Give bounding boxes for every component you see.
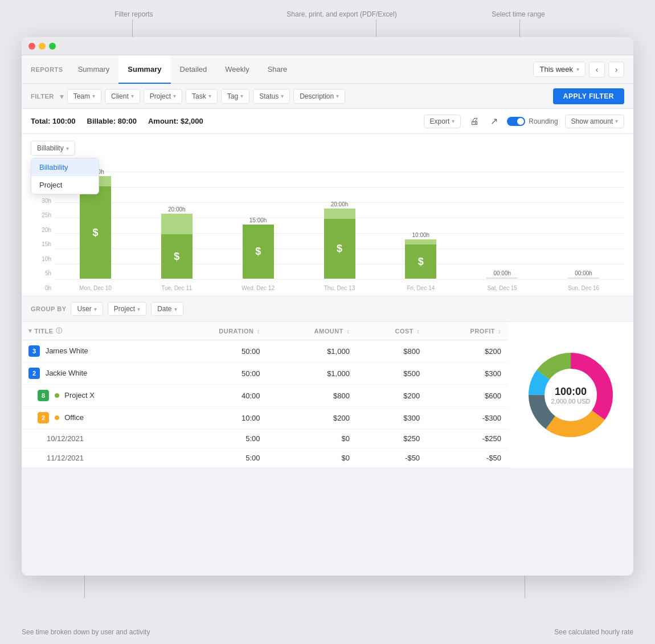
bar-label-thu: 20:00h bbox=[331, 201, 349, 207]
traffic-light-green[interactable] bbox=[49, 43, 56, 50]
tab-share2[interactable]: Share bbox=[259, 55, 297, 84]
col-amount[interactable]: AMOUNT ↕ bbox=[267, 322, 357, 340]
time-range-select[interactable]: This week ▾ bbox=[533, 62, 586, 77]
bar-label-tue: 20:00h bbox=[168, 206, 186, 213]
filter-project-chevron: ▾ bbox=[173, 93, 176, 99]
nav-prev-btn[interactable]: ‹ bbox=[589, 62, 605, 78]
donut-container: 100:00 2,000.00 USD bbox=[522, 347, 619, 443]
filter-team-label: Team bbox=[73, 92, 90, 100]
filter-tag[interactable]: Tag ▾ bbox=[221, 89, 249, 104]
filter-chevron[interactable]: ▾ bbox=[60, 92, 64, 101]
group-project-button[interactable]: Project ▾ bbox=[108, 302, 146, 316]
date-label-fri: Fri, Dec 14 bbox=[380, 285, 461, 291]
show-amount-button[interactable]: Show amount ▾ bbox=[565, 115, 624, 128]
col-duration[interactable]: DURATION ↕ bbox=[167, 322, 267, 340]
traffic-light-yellow[interactable] bbox=[39, 43, 46, 50]
group-user-label: User bbox=[77, 305, 91, 313]
bar-mon-dollar: $ bbox=[92, 227, 98, 239]
y-label-25: 25h bbox=[33, 212, 51, 218]
col-cost[interactable]: COST ↕ bbox=[357, 322, 427, 340]
dot-office bbox=[55, 415, 59, 420]
bar-wed-billable: $ bbox=[243, 225, 274, 279]
bar-label-wed: 15:00h bbox=[249, 217, 267, 223]
bar-group-sat: 00:00h bbox=[461, 270, 543, 279]
summary-right: Export ▾ 🖨 ↗ Rounding Show amount ▾ bbox=[424, 113, 624, 129]
tab-weekly[interactable]: Detailed bbox=[171, 55, 216, 84]
rounding-toggle-wrap: Rounding bbox=[507, 117, 558, 126]
filter-task-label: Task bbox=[192, 92, 206, 100]
reports-label: REPORTS bbox=[31, 66, 63, 73]
row-projectx-cost: $200 bbox=[357, 385, 427, 407]
filter-client-label: Client bbox=[111, 92, 129, 100]
filter-team[interactable]: Team ▾ bbox=[67, 89, 101, 104]
tab-detailed[interactable]: Summary bbox=[118, 55, 170, 84]
filter-description[interactable]: Description ▾ bbox=[293, 89, 345, 104]
name-jackie: Jackie White bbox=[46, 369, 88, 377]
bar-sun[interactable] bbox=[568, 278, 599, 279]
y-axis: 0h 5h 10h 15h 20h 25h 30h 35h bbox=[33, 183, 51, 291]
filter-status-chevron: ▾ bbox=[281, 93, 284, 99]
time-range-value: This week bbox=[539, 65, 573, 74]
row-date1-cost: $250 bbox=[357, 429, 427, 449]
annotation-select-time-range: Select time range bbox=[473, 10, 564, 18]
group-user-button[interactable]: User ▾ bbox=[71, 302, 103, 316]
table-controls: Group by User ▾ Project ▾ Date ▾ bbox=[22, 296, 633, 322]
dot-projectx bbox=[55, 393, 59, 398]
nav-next-btn[interactable]: › bbox=[608, 62, 624, 78]
bar-label-fri: 10:00h bbox=[412, 232, 430, 238]
billable-value: 80:00 bbox=[118, 117, 137, 125]
bar-sat[interactable] bbox=[486, 278, 518, 279]
row-office-duration: 10:00 bbox=[167, 407, 267, 429]
bar-tue[interactable]: $ bbox=[161, 214, 193, 279]
row-date2-amount: $0 bbox=[267, 449, 357, 468]
filter-description-chevron: ▾ bbox=[336, 93, 339, 99]
rounding-toggle[interactable] bbox=[507, 117, 525, 126]
filter-label: FILTER bbox=[31, 93, 54, 100]
dropdown-billability[interactable]: Billability bbox=[31, 158, 99, 176]
group-date-button[interactable]: Date ▾ bbox=[151, 302, 183, 316]
group-project-chevron: ▾ bbox=[137, 306, 140, 312]
filter-status[interactable]: Status ▾ bbox=[253, 89, 290, 104]
col-title[interactable]: ▾ TITLE ⓘ bbox=[22, 322, 167, 340]
row-jackie-amount: $1,000 bbox=[267, 362, 357, 385]
bar-thu[interactable]: $ bbox=[324, 209, 355, 279]
row-james-profit: $200 bbox=[427, 340, 508, 362]
filter-task[interactable]: Task ▾ bbox=[186, 89, 218, 104]
filter-team-chevron: ▾ bbox=[92, 93, 95, 99]
bar-fri[interactable]: $ bbox=[405, 239, 436, 279]
print-button[interactable]: 🖨 bbox=[468, 114, 481, 129]
row-date2-cost: -$50 bbox=[357, 449, 427, 468]
badge-james: 3 bbox=[28, 345, 40, 357]
y-label-10: 10h bbox=[33, 256, 51, 262]
bar-fri-nonbillable bbox=[405, 239, 436, 244]
bar-group-tue: 20:00h $ bbox=[136, 206, 218, 279]
billable-label: Billable: 80:00 bbox=[87, 117, 137, 125]
chart-area: Billability ▾ Billability Project 0h 5h … bbox=[22, 134, 633, 296]
traffic-light-red[interactable] bbox=[28, 43, 35, 50]
row-projectx-duration: 40:00 bbox=[167, 385, 267, 407]
row-projectx-amount: $800 bbox=[267, 385, 357, 407]
col-title-label: TITLE bbox=[35, 328, 54, 335]
bar-wed[interactable]: $ bbox=[243, 225, 274, 279]
tab-share[interactable]: Weekly bbox=[216, 55, 258, 84]
table-row: 3 James White 50:00 $1,000 $800 $200 bbox=[22, 340, 508, 362]
filter-project[interactable]: Project ▾ bbox=[144, 89, 182, 104]
table-area: Group by User ▾ Project ▾ Date ▾ bbox=[22, 296, 633, 468]
bar-thu-nonbillable bbox=[324, 209, 355, 219]
chart-group-chevron: ▾ bbox=[66, 145, 69, 152]
filter-client[interactable]: Client ▾ bbox=[105, 89, 140, 104]
tab-summary[interactable]: Summary bbox=[69, 55, 119, 84]
y-label-20: 20h bbox=[33, 227, 51, 233]
row-date1-title: 10/12/2021 bbox=[22, 429, 167, 449]
col-profit[interactable]: PROFIT ↕ bbox=[427, 322, 508, 340]
group-date-label: Date bbox=[157, 305, 171, 313]
sort-profit: ↕ bbox=[498, 328, 502, 335]
ann-line-bottom-right bbox=[525, 574, 525, 598]
row-james-title: 3 James White bbox=[22, 340, 167, 362]
share-button[interactable]: ↗ bbox=[488, 113, 500, 129]
bar-chart-container: 0h 5h 10h 15h 20h 25h 30h 35h bbox=[31, 160, 624, 291]
export-button[interactable]: Export ▾ bbox=[424, 115, 461, 128]
apply-filter-button[interactable]: APPLY FILTER bbox=[553, 88, 624, 104]
dropdown-project[interactable]: Project bbox=[31, 176, 99, 194]
chart-group-button[interactable]: Billability ▾ bbox=[31, 141, 75, 156]
